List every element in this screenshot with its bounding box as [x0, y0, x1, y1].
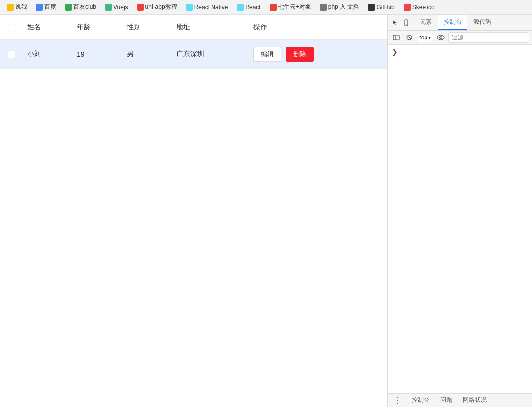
svg-point-6: [437, 35, 444, 40]
bookmark-icon-skeetico: [404, 4, 411, 11]
devtools-device-button[interactable]: [401, 17, 412, 28]
bookmark-bar: 逸我 百度 百友club Vuejs uni-app教程 React Nativ…: [0, 0, 532, 15]
edit-button[interactable]: 编辑: [253, 47, 281, 62]
bookmark-逸我[interactable]: 逸我: [4, 2, 30, 12]
tab-console[interactable]: 控制台: [438, 15, 467, 30]
page-content: 姓名 年龄 性别 地址 操作 小刘 19 男: [0, 15, 388, 407]
data-table: 姓名 年龄 性别 地址 操作 小刘 19 男: [0, 15, 387, 69]
bookmark-uniapp[interactable]: uni-app教程: [134, 2, 180, 12]
bookmark-icon-qiniu: [270, 4, 277, 11]
devtools-bottom-bar: ⋮ 控制台 问题 网络状况: [388, 393, 532, 407]
more-options-icon[interactable]: ⋮: [392, 396, 404, 405]
table-header-row: 姓名 年龄 性别 地址 操作: [0, 15, 387, 40]
devtools-sidebar-button[interactable]: [391, 32, 402, 43]
svg-point-7: [440, 37, 442, 39]
bookmark-icon-vuejs: [105, 4, 112, 11]
devtools-toolbar: top ▾: [388, 31, 532, 45]
row-name: 小刘: [21, 40, 71, 69]
th-address: 地址: [171, 15, 248, 40]
th-name: 姓名: [21, 15, 71, 40]
row-checkbox[interactable]: [8, 51, 15, 58]
row-checkbox-cell: [0, 40, 21, 69]
table-container: 姓名 年龄 性别 地址 操作 小刘 19 男: [0, 15, 387, 69]
tab-elements[interactable]: 元素: [414, 15, 438, 30]
row-age: 19: [71, 40, 121, 69]
tab-sources[interactable]: 源代码: [467, 15, 497, 30]
bookmark-icon-php: [320, 4, 327, 11]
devtools-inspect-button[interactable]: [390, 17, 401, 28]
th-actions: 操作: [248, 15, 388, 40]
bookmark-vuejs[interactable]: Vuejs: [102, 3, 131, 12]
console-arrow[interactable]: ❯: [392, 48, 398, 56]
row-actions: 编辑 删除: [248, 40, 388, 69]
bookmark-react[interactable]: React: [234, 3, 263, 12]
svg-point-1: [406, 24, 407, 25]
bottom-tab-console[interactable]: 控制台: [407, 394, 434, 407]
context-label: top: [419, 34, 427, 41]
bottom-tab-network-status[interactable]: 网络状况: [458, 394, 492, 407]
bookmark-icon-百友club: [65, 4, 72, 11]
bookmark-react-native[interactable]: React Native: [183, 3, 231, 12]
devtools-clear-button[interactable]: [404, 32, 415, 43]
svg-rect-2: [393, 35, 399, 40]
bookmark-php[interactable]: php 入 文档: [317, 2, 362, 12]
chevron-down-icon: ▾: [428, 35, 431, 40]
select-all-checkbox[interactable]: [8, 24, 15, 31]
filter-input[interactable]: [448, 32, 529, 43]
row-address: 广东深圳: [171, 40, 248, 69]
bookmark-skeetico[interactable]: Skeetico: [401, 3, 438, 12]
bookmark-icon-百度: [36, 4, 43, 11]
tab-separator: [413, 19, 413, 27]
table-row: 小刘 19 男 广东深圳 编辑 删除: [0, 40, 387, 69]
row-gender: 男: [121, 40, 171, 69]
bookmark-github[interactable]: GitHub: [365, 3, 397, 12]
bottom-tab-issues[interactable]: 问题: [435, 394, 457, 407]
bookmark-icon-react: [237, 4, 244, 11]
bookmark-icon-react-native: [186, 4, 193, 11]
bookmark-qiniu[interactable]: 七牛云+对象: [267, 2, 314, 12]
devtools-panel: 元素 控制台 源代码 top ▾ ❯: [388, 15, 532, 407]
devtools-eye-button[interactable]: [435, 32, 446, 43]
th-gender: 性别: [121, 15, 171, 40]
devtools-body: ❯: [388, 45, 532, 393]
bookmark-icon-逸我: [7, 4, 14, 11]
bookmark-百友club[interactable]: 百友club: [62, 2, 99, 12]
svg-line-5: [408, 36, 411, 39]
th-age: 年龄: [71, 15, 121, 40]
bookmark-icon-uniapp: [137, 4, 144, 11]
main-area: 姓名 年龄 性别 地址 操作 小刘 19 男: [0, 15, 532, 407]
delete-button[interactable]: 删除: [286, 47, 314, 62]
devtools-tab-bar: 元素 控制台 源代码: [388, 15, 532, 31]
th-checkbox: [0, 15, 21, 40]
bookmark-icon-github: [368, 4, 375, 11]
bookmark-百度[interactable]: 百度: [33, 2, 59, 12]
context-selector[interactable]: top ▾: [417, 33, 433, 42]
